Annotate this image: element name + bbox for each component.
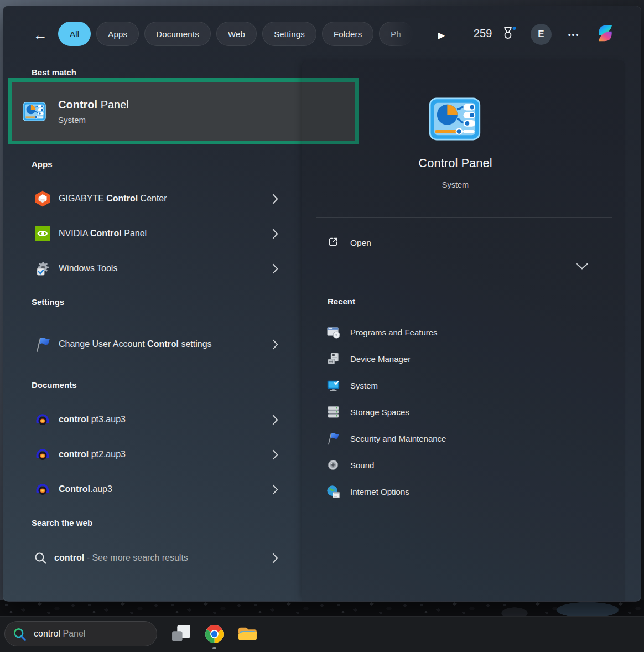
recent-item-device-manager[interactable]: Device Manager xyxy=(302,345,612,372)
result-label: control - See more search results xyxy=(54,553,188,563)
recent-item-label: Programs and Features xyxy=(350,328,438,337)
chevron-right-icon xyxy=(272,553,278,563)
avatar[interactable]: E xyxy=(531,24,552,45)
divider xyxy=(316,268,563,268)
uac-flag-icon xyxy=(34,335,51,353)
desktop-wallpaper xyxy=(0,600,644,617)
search-flyout: ← All Apps Documents Web Settings Folder… xyxy=(3,6,641,602)
recent-item-label: Storage Spaces xyxy=(350,407,409,417)
back-button[interactable]: ← xyxy=(30,25,50,45)
recent-list: Programs and Features Device Manager Sys… xyxy=(302,319,612,505)
taskbar-search-text: control Panel xyxy=(34,629,85,639)
recent-item-label: Sound xyxy=(350,460,374,470)
best-match-subtitle: System xyxy=(58,115,129,125)
chevron-right-icon xyxy=(272,263,278,274)
result-change-uac-settings[interactable]: Change User Account Control settings xyxy=(23,323,284,366)
copilot-icon[interactable] xyxy=(594,22,617,45)
audacity-project-icon xyxy=(34,411,51,428)
chevron-down-icon[interactable] xyxy=(575,262,589,271)
chevron-right-icon xyxy=(272,229,278,239)
detail-panel: Control Panel System Open Recent Program… xyxy=(302,60,625,602)
control-panel-icon xyxy=(23,102,46,121)
desktop: ← All Apps Documents Web Settings Folder… xyxy=(0,0,644,652)
system-monitor-icon xyxy=(326,378,340,392)
recent-item-system[interactable]: System xyxy=(302,372,612,399)
recent-item-internet-options[interactable]: Internet Options xyxy=(302,478,612,505)
search-the-web-header: Search the web xyxy=(32,518,92,527)
rewards-points[interactable]: 259 xyxy=(474,27,492,40)
chevron-right-icon xyxy=(272,415,278,425)
filter-pill-documents[interactable]: Documents xyxy=(144,22,211,46)
control-panel-icon-large xyxy=(429,97,481,143)
divider xyxy=(316,217,612,218)
result-label: control pt2.aup3 xyxy=(59,449,126,459)
taskbar: control Panel xyxy=(0,616,644,652)
settings-header: Settings xyxy=(32,297,64,307)
recent-item-sound[interactable]: Sound xyxy=(302,452,612,478)
scroll-filters-right-icon[interactable]: ▶ xyxy=(434,28,449,42)
filter-pill-photos-clipped[interactable]: Ph xyxy=(379,22,413,46)
result-control-pt3-aup3[interactable]: control pt3.aup3 xyxy=(23,404,284,435)
filter-pill-apps[interactable]: Apps xyxy=(96,22,139,46)
result-label: GIGABYTE Control Center xyxy=(59,194,167,204)
result-control-pt2-aup3[interactable]: control pt2.aup3 xyxy=(23,439,284,470)
more-options-button[interactable]: ••• xyxy=(562,28,586,42)
best-match-header: Best match xyxy=(32,68,76,77)
nvidia-icon xyxy=(34,225,51,242)
recent-item-security-and-maintenance[interactable]: Security and Maintenance xyxy=(302,425,612,452)
best-match-text: Control Panel System xyxy=(58,99,129,125)
sound-speaker-icon xyxy=(326,458,340,472)
detail-title: Control Panel xyxy=(302,156,609,170)
filter-pill-settings[interactable]: Settings xyxy=(262,22,316,46)
chrome-icon xyxy=(205,624,224,644)
taskbar-search-icon xyxy=(12,627,27,641)
recent-header: Recent xyxy=(328,297,355,306)
result-label: NVIDIA Control Panel xyxy=(59,229,147,239)
audacity-project-icon xyxy=(34,480,51,498)
taskbar-search-input[interactable]: control Panel xyxy=(4,621,157,646)
programs-and-features-icon xyxy=(326,325,340,339)
open-icon xyxy=(327,236,339,250)
result-label: Windows Tools xyxy=(59,263,117,273)
audacity-project-icon xyxy=(34,446,51,463)
open-action[interactable]: Open xyxy=(316,230,588,256)
result-windows-tools[interactable]: Windows Tools xyxy=(23,253,284,284)
internet-options-icon xyxy=(326,484,340,499)
filter-pill-web[interactable]: Web xyxy=(216,22,257,46)
result-nvidia-control-panel[interactable]: NVIDIA Control Panel xyxy=(23,218,284,249)
result-label: control pt3.aup3 xyxy=(59,415,126,425)
chrome-button[interactable] xyxy=(202,622,226,646)
recent-item-label: Security and Maintenance xyxy=(350,434,446,443)
chevron-right-icon xyxy=(272,339,278,350)
recent-item-label: Internet Options xyxy=(350,487,409,496)
chevron-right-icon xyxy=(272,484,278,495)
apps-header: Apps xyxy=(32,159,53,169)
recent-item-storage-spaces[interactable]: Storage Spaces xyxy=(302,399,612,425)
result-gigabyte-control-center[interactable]: GIGABYTE Control Center xyxy=(23,183,284,214)
storage-spaces-icon xyxy=(326,405,340,419)
chevron-right-icon xyxy=(272,449,278,460)
chrome-running-indicator xyxy=(212,647,216,649)
filter-pill-folders[interactable]: Folders xyxy=(322,22,373,46)
security-flag-icon xyxy=(326,431,340,446)
folder-icon xyxy=(238,624,257,644)
recent-item-programs-and-features[interactable]: Programs and Features xyxy=(302,319,612,345)
task-view-icon xyxy=(172,624,191,644)
detail-subtitle: System xyxy=(302,180,609,189)
result-web-search-control[interactable]: control - See more search results xyxy=(23,542,284,573)
result-label: Control.aup3 xyxy=(59,484,112,494)
rewards-trophy-icon[interactable] xyxy=(500,26,516,43)
result-label: Change User Account Control settings xyxy=(59,336,220,353)
chevron-right-icon xyxy=(272,194,278,204)
search-icon xyxy=(34,551,47,565)
recent-item-label: Device Manager xyxy=(350,354,411,364)
gigabyte-icon xyxy=(34,190,51,208)
task-view-button[interactable] xyxy=(169,622,193,646)
result-control-aup3[interactable]: Control.aup3 xyxy=(23,474,284,505)
filter-pill-all[interactable]: All xyxy=(58,22,91,46)
open-label: Open xyxy=(350,238,371,248)
device-manager-icon xyxy=(326,351,340,366)
file-explorer-button[interactable] xyxy=(235,622,259,646)
windows-tools-icon xyxy=(34,260,51,277)
filter-pills: All Apps Documents Web Settings Folders … xyxy=(58,22,430,46)
